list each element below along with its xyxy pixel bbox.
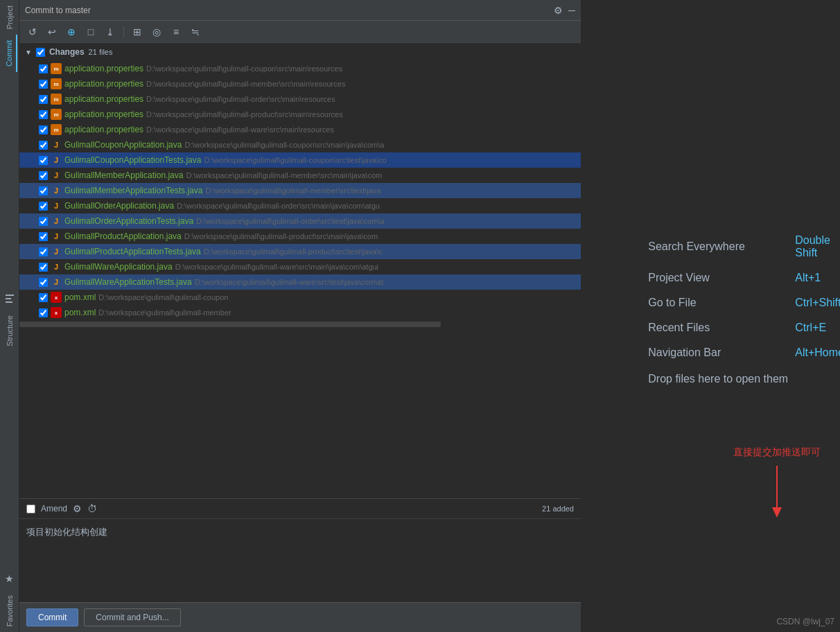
watermark: CSDN @lwj_07 — [776, 617, 834, 626]
amend-history-icon[interactable]: ⏱ — [87, 503, 97, 514]
file-checkbox[interactable] — [39, 308, 48, 317]
file-checkbox[interactable] — [39, 171, 48, 180]
table-row[interactable]: J GulimallOrderApplicationTests.java D:\… — [19, 213, 581, 229]
table-row[interactable]: J GulimallWareApplicationTests.java D:\w… — [19, 274, 581, 290]
file-checkbox[interactable] — [39, 293, 48, 302]
right-panel: Search Everywhere Double Shift Project V… — [581, 0, 840, 632]
title-actions: ⚙ ─ — [554, 5, 575, 16]
commit-message-input[interactable] — [19, 519, 581, 602]
sort-button[interactable]: ≡ — [168, 24, 184, 40]
table-row[interactable]: J GulimallCouponApplicationTests.java D:… — [19, 152, 581, 168]
file-checkbox[interactable] — [39, 64, 48, 73]
group-button[interactable]: ⊞ — [130, 24, 145, 40]
table-row[interactable]: J GulimallCouponApplication.java D:\work… — [19, 137, 581, 152]
file-checkbox[interactable] — [39, 217, 48, 226]
file-path: D:\workspace\gulimall\gulimall-member\sr… — [146, 80, 345, 88]
file-name: GulimallProductApplication.java — [64, 231, 182, 241]
sidebar-tab-commit[interactable]: Commit — [2, 35, 17, 72]
java-icon: J — [51, 276, 62, 288]
file-path: D:\workspace\gulimall\gulimall-product\s… — [184, 232, 378, 240]
props-icon: m — [51, 109, 62, 120]
shortcut-desc: Navigation Bar — [648, 346, 787, 359]
shortcut-key: Alt+1 — [795, 272, 821, 284]
action-bar: Commit Commit and Push... — [19, 602, 581, 632]
window-title: Commit to master — [25, 6, 91, 15]
table-row[interactable]: m application.properties D:\workspace\gu… — [19, 107, 581, 122]
file-checkbox[interactable] — [39, 141, 48, 150]
undo-button[interactable]: ↩ — [44, 24, 60, 40]
add-button[interactable]: ⊕ — [64, 24, 79, 40]
file-path: D:\workspace\gulimall\gulimall-member\sr… — [205, 186, 380, 195]
table-row[interactable]: m application.properties D:\workspace\gu… — [19, 61, 581, 76]
file-checkbox[interactable] — [39, 80, 48, 89]
table-row[interactable]: J GulimallMemberApplicationTests.java D:… — [19, 183, 581, 198]
shortcut-key: Ctrl+Shift+N — [795, 297, 840, 309]
amend-settings-icon[interactable]: ⚙ — [73, 503, 82, 514]
shortcut-row: Search Everywhere Double Shift — [648, 234, 840, 259]
file-name: GulimallCouponApplication.java — [64, 140, 182, 150]
table-row[interactable]: m application.properties D:\workspace\gu… — [19, 76, 581, 91]
props-icon: m — [51, 124, 62, 135]
separator-1 — [123, 26, 124, 37]
table-row[interactable]: x pom.xml D:\workspace\gulimall\gulimall… — [19, 305, 581, 320]
file-path: D:\workspace\gulimall\gulimall-order\src… — [177, 202, 380, 210]
java-icon: J — [51, 185, 62, 196]
shortcut-desc: Project View — [648, 272, 787, 284]
file-checkbox[interactable] — [39, 186, 48, 195]
table-row[interactable]: m application.properties D:\workspace\gu… — [19, 122, 581, 137]
table-row[interactable]: J GulimallProductApplicationTests.java D… — [19, 244, 581, 259]
diff-button[interactable]: □ — [83, 24, 98, 40]
file-path: D:\workspace\gulimall\gulimall-coupon\sr… — [204, 156, 387, 164]
file-checkbox[interactable] — [39, 125, 48, 134]
bottom-section: Amend ⚙ ⏱ 21 added Commit Commit and Pus… — [19, 498, 581, 632]
svg-rect-1 — [6, 298, 11, 299]
shortcut-row: Go to File Ctrl+Shift+N — [648, 297, 840, 309]
sidebar-tab-project[interactable]: Project — [3, 0, 17, 35]
file-path: D:\workspace\gulimall\gulimall-member — [98, 308, 231, 317]
file-checkbox[interactable] — [39, 278, 48, 287]
sidebar-favorites-icon[interactable]: ★ — [1, 570, 18, 587]
refresh-button[interactable]: ↺ — [25, 24, 40, 40]
sidebar-tab-structure[interactable]: Structure — [3, 310, 17, 352]
file-checkbox[interactable] — [39, 95, 48, 104]
file-checkbox[interactable] — [39, 263, 48, 272]
file-path: D:\workspace\gulimall\gulimall-ware\src\… — [195, 278, 384, 286]
file-name: pom.xml — [64, 292, 96, 302]
shortcut-desc: Go to File — [648, 297, 787, 309]
commit-push-button[interactable]: Commit and Push... — [84, 608, 180, 626]
added-count: 21 added — [542, 504, 574, 513]
download-button[interactable]: ⤓ — [103, 24, 118, 40]
settings-button[interactable]: ⚙ — [554, 5, 563, 16]
table-row[interactable]: J GulimallWareApplication.java D:\worksp… — [19, 259, 581, 274]
java-icon: J — [51, 261, 62, 272]
table-row[interactable]: J GulimallMemberApplication.java D:\work… — [19, 168, 581, 183]
filter-button[interactable]: ≒ — [188, 24, 203, 40]
minimize-button[interactable]: ─ — [568, 5, 575, 16]
table-row[interactable]: m application.properties D:\workspace\gu… — [19, 91, 581, 107]
file-checkbox[interactable] — [39, 202, 48, 211]
file-path: D:\workspace\gulimall\gulimall-coupon\sr… — [146, 64, 342, 73]
props-icon: m — [51, 94, 62, 105]
amend-checkbox[interactable] — [26, 504, 35, 514]
file-path: D:\workspace\gulimall\gulimall-coupon — [98, 293, 228, 301]
changes-count: 21 files — [89, 48, 113, 56]
pom-icon: x — [51, 307, 62, 318]
file-checkbox[interactable] — [39, 156, 48, 165]
file-path: D:\workspace\gulimall\gulimall-order\src… — [196, 217, 384, 225]
amend-bar: Amend ⚙ ⏱ 21 added — [19, 499, 581, 519]
sidebar-tab-favorites[interactable]: Favorites — [3, 590, 17, 632]
table-row[interactable]: J GulimallOrderApplication.java D:\works… — [19, 198, 581, 213]
table-row[interactable]: x pom.xml D:\workspace\gulimall\gulimall… — [19, 290, 581, 305]
file-name: GulimallCouponApplicationTests.java — [64, 155, 201, 165]
sidebar-structure-icon[interactable] — [1, 290, 18, 307]
drop-files-text: Drop files here to open them — [648, 373, 788, 385]
changes-select-all[interactable] — [36, 48, 45, 57]
file-checkbox[interactable] — [39, 232, 48, 241]
commit-button[interactable]: Commit — [26, 608, 78, 626]
view-button[interactable]: ◎ — [149, 24, 164, 40]
toolbar: ↺ ↩ ⊕ □ ⤓ ⊞ ◎ ≡ ≒ — [19, 21, 581, 43]
file-checkbox[interactable] — [39, 110, 48, 119]
table-row[interactable]: J GulimallProductApplication.java D:\wor… — [19, 229, 581, 244]
left-sidebar: Project Commit Structure ★ Favorites — [0, 0, 19, 632]
file-checkbox[interactable] — [39, 247, 48, 256]
